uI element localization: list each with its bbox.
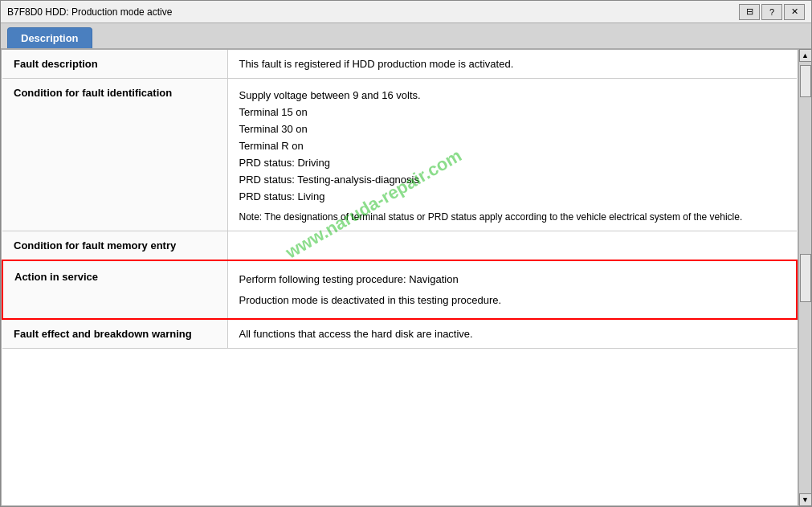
action-list: Perform following testing procedure: Nav… (239, 271, 785, 309)
list-item: PRD status: Living (239, 188, 786, 205)
fault-effect-content: All functions that access the hard disk … (227, 319, 797, 349)
fault-identification-header: Condition for fault identification (2, 79, 227, 231)
data-table: Fault description This fault is register… (2, 50, 798, 349)
fault-description-header: Fault description (2, 50, 227, 79)
main-content: Fault description This fault is register… (1, 49, 798, 506)
list-item: Terminal 30 on (239, 121, 786, 137)
scroll-thumb-middle[interactable] (800, 254, 811, 302)
action-in-service-content: Perform following testing procedure: Nav… (227, 260, 797, 319)
list-item: Production mode is deactivated in this t… (239, 288, 785, 309)
help-icon: ? (769, 7, 774, 17)
note-text: Note: The designations of terminal statu… (239, 211, 786, 223)
monitor-button[interactable]: ⊟ (739, 4, 760, 20)
action-in-service-header: Action in service (2, 260, 227, 319)
description-tab-label: Description (21, 32, 79, 44)
close-button[interactable]: ✕ (784, 4, 805, 20)
fault-memory-content (227, 231, 797, 261)
list-item: PRD status: Driving (239, 154, 786, 171)
close-icon: ✕ (791, 6, 798, 17)
list-item: Terminal 15 on (239, 104, 786, 121)
action-in-service-row: Action in service Perform following test… (2, 260, 797, 319)
scroll-thumb-top (800, 65, 811, 97)
condition-list: Supply voltage between 9 and 16 volts. T… (239, 87, 786, 205)
fault-identification-row: Condition for fault identification Suppl… (2, 79, 797, 231)
content-wrapper: Fault description This fault is register… (1, 49, 811, 506)
fault-effect-header: Fault effect and breakdown warning (2, 319, 227, 349)
scrollbar[interactable]: ▲ ▼ (798, 49, 811, 506)
description-tab[interactable]: Description (7, 27, 92, 48)
fault-memory-row: Condition for fault memory entry (2, 231, 797, 261)
list-item: Terminal R on (239, 137, 786, 154)
fault-memory-header: Condition for fault memory entry (2, 231, 227, 261)
help-button[interactable]: ? (761, 4, 782, 20)
fault-identification-content: Supply voltage between 9 and 16 volts. T… (227, 79, 797, 231)
fault-description-content: This fault is registered if HDD producti… (227, 50, 797, 79)
tab-bar: Description (1, 23, 811, 49)
main-window: B7F8D0 HDD: Production mode active ⊟ ? ✕… (0, 0, 812, 507)
fault-effect-row: Fault effect and breakdown warning All f… (2, 319, 797, 349)
scroll-up-button[interactable]: ▲ (799, 49, 812, 62)
title-bar-buttons: ⊟ ? ✕ (739, 4, 805, 20)
list-item: PRD status: Testing-analysis-diagnosis (239, 171, 786, 188)
list-item: Perform following testing procedure: Nav… (239, 271, 785, 288)
title-bar: B7F8D0 HDD: Production mode active ⊟ ? ✕ (1, 1, 811, 23)
window-title: B7F8D0 HDD: Production mode active (7, 6, 172, 18)
monitor-icon: ⊟ (746, 6, 753, 17)
fault-description-row: Fault description This fault is register… (2, 50, 797, 79)
scroll-down-button[interactable]: ▼ (799, 493, 812, 506)
scroll-down-icon: ▼ (802, 496, 809, 504)
scroll-up-icon: ▲ (802, 51, 809, 59)
scroll-track (799, 62, 811, 493)
list-item: Supply voltage between 9 and 16 volts. (239, 87, 786, 104)
